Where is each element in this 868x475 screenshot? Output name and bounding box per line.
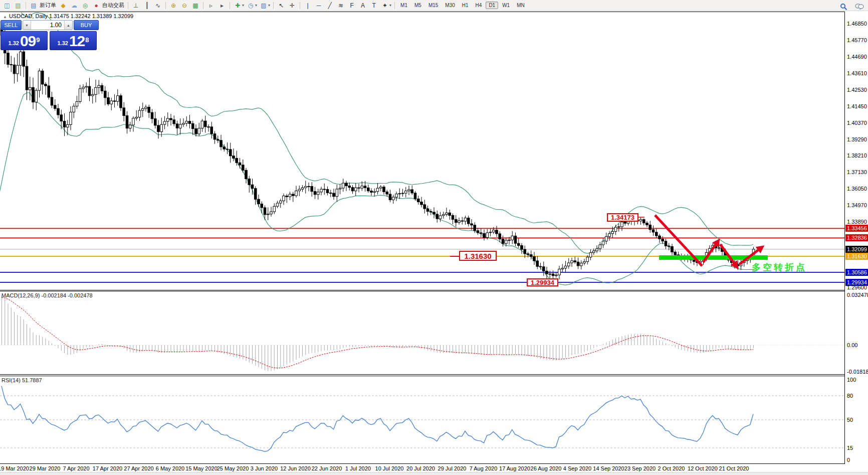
sell-price-figure: 1.32 — [8, 38, 19, 48]
axis-price-label: 1.45770 — [847, 37, 867, 43]
date-tick-label: 10 Jul 2020 — [375, 465, 404, 471]
sell-price-point: 9 — [36, 32, 40, 49]
buy-price-point: 8 — [85, 32, 89, 49]
rsi-label: RSI(14) 51.7887 — [2, 377, 42, 383]
price-callout-label: 1.31630 — [459, 251, 497, 261]
indicator-axis-label: 0 — [847, 457, 850, 463]
date-tick-label: 25 May 2020 — [217, 465, 249, 471]
axis-price-label: 1.33890 — [847, 219, 867, 225]
macd-label: MACD(12,26,9) -0.002184 -0.002478 — [2, 292, 93, 298]
date-tick-label: 12 Oct 2020 — [688, 465, 718, 471]
axis-price-label: 1.46850 — [847, 21, 867, 27]
axis-price-label: 1.43610 — [847, 70, 867, 76]
axis-price-label: 1.40370 — [847, 120, 867, 126]
axis-price-badge: 1.32836 — [845, 234, 868, 241]
axis-price-badge: 1.30586 — [845, 269, 868, 276]
volume-stepper: ▼ 1.00 ▲ — [23, 20, 73, 30]
date-tick-label: 2 Oct 2020 — [658, 465, 685, 471]
macd-pane — [0, 295, 844, 371]
indicator-axis-label: 100 — [847, 377, 856, 383]
indicator-axis-label: 0.00 — [847, 342, 857, 348]
chart-canvas[interactable] — [0, 0, 868, 475]
indicator-axis-label: -0.018182 — [847, 369, 868, 375]
axis-price-label: 1.39290 — [847, 136, 867, 142]
indicator-axis-label: 15 — [847, 445, 853, 451]
buy-price-pips: 12 — [69, 34, 85, 48]
symbol-ohlc-text: USDCAD, Daily 1.31475 1.32242 1.31389 1.… — [9, 13, 133, 19]
date-tick-label: 26 Aug 2020 — [531, 465, 562, 471]
volume-input[interactable]: 1.00 — [31, 21, 64, 30]
axis-price-label: 1.37130 — [847, 169, 867, 175]
date-tick-label: 27 Apr 2020 — [124, 465, 153, 471]
sell-price-panel[interactable]: 1.32 09 9 — [1, 31, 48, 50]
date-tick-label: 20 Jul 2020 — [406, 465, 435, 471]
axis-price-label: 1.36050 — [847, 186, 867, 192]
mt4-window: ◫▨▤新订单◆☁◎●自动交易⊥┃∿⊕⊖▦▹▸✚▾◷▾▧▾↖✛|─╱≋FAT✦▾M… — [0, 0, 868, 475]
axis-price-label: 1.41450 — [847, 103, 867, 109]
axis-price-label: 1.34970 — [847, 202, 867, 208]
axis-price-badge: 1.31630 — [845, 253, 868, 260]
axis-price-badge: 1.33456 — [845, 225, 868, 232]
window-bottom-edge — [0, 472, 868, 475]
macd-histogram — [2, 295, 754, 371]
axis-price-label: 1.38210 — [847, 152, 867, 159]
date-tick-label: 4 Sep 2020 — [563, 465, 591, 471]
date-tick-label: 3 Jun 2020 — [251, 465, 278, 471]
date-tick-label: 12 Jun 2020 — [280, 465, 311, 471]
chart-title: ▲USDCAD, Daily 1.31475 1.32242 1.31389 1… — [3, 13, 133, 19]
date-tick-label: 7 Aug 2020 — [470, 465, 498, 471]
cn-turning-point-annotation: 多空转折点 — [752, 261, 807, 273]
bollinger-upper-band — [0, 0, 753, 253]
volume-up-button[interactable]: ▲ — [64, 21, 72, 30]
date-tick-label: 15 May 2020 — [185, 465, 218, 471]
volume-down-button[interactable]: ▼ — [23, 21, 31, 30]
axis-price-label: 1.42530 — [847, 87, 867, 93]
candlestick-series — [1, 24, 755, 282]
indicator-axis-label: 0.032478 — [847, 292, 868, 298]
buy-button[interactable]: BUY — [74, 20, 99, 30]
collapse-onecklick-icon[interactable]: ▲ — [3, 15, 7, 19]
date-tick-label: 29 Mar 2020 — [30, 465, 61, 471]
buy-price-panel[interactable]: 1.32 12 8 — [50, 31, 97, 50]
date-tick-label: 14 Sep 2020 — [593, 465, 624, 471]
buy-price-figure: 1.32 — [57, 38, 68, 48]
date-tick-label: 22 Jun 2020 — [312, 465, 342, 471]
price-callout-label: 1.34173 — [607, 213, 638, 222]
red-down-arrow — [720, 244, 736, 266]
indicator-axis-label: 50 — [847, 417, 853, 423]
price-callout-label: 1.29934 — [527, 278, 558, 286]
date-tick-label: 17 Aug 2020 — [499, 465, 530, 471]
main-price-pane — [0, 0, 844, 285]
date-tick-label: 21 Oct 2020 — [719, 465, 749, 471]
date-tick-label: 7 Apr 2020 — [63, 465, 89, 471]
date-tick-label: 19 Mar 2020 — [0, 465, 29, 471]
date-tick-label: 29 Jul 2020 — [438, 465, 467, 471]
sell-button[interactable]: SELL — [1, 20, 22, 30]
rsi-pane — [0, 386, 844, 451]
indicator-axis-label: 80 — [847, 393, 853, 399]
axis-price-label: 1.44690 — [847, 54, 867, 60]
axis-price-badge: 1.32099 — [845, 246, 868, 253]
date-tick-label: 23 Sep 2020 — [624, 465, 656, 471]
one-click-trading-widget: SELL ▼ 1.00 ▲ BUY 1.32 09 9 1.32 12 8 — [1, 20, 99, 50]
date-tick-label: 6 May 2020 — [156, 465, 184, 471]
date-tick-label: 1 Jul 2020 — [345, 465, 371, 471]
sell-price-pips: 09 — [20, 34, 36, 48]
date-tick-label: 17 Apr 2020 — [93, 465, 122, 471]
axis-price-badge: 1.29934 — [845, 279, 868, 286]
macd-signal-line — [2, 297, 753, 368]
